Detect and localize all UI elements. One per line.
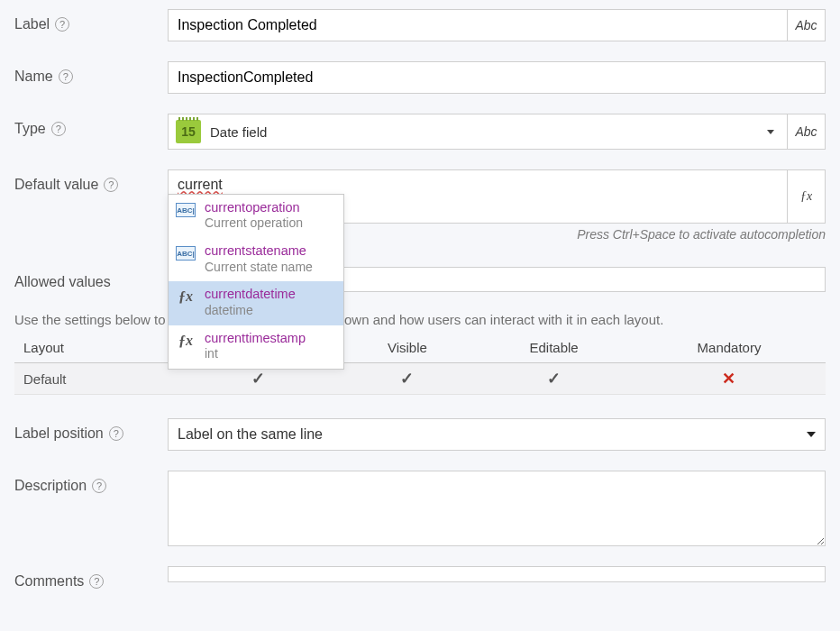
label-name: Name xyxy=(14,69,53,85)
autocomplete-item[interactable]: ABC|currentstatenameCurrent state name xyxy=(169,238,343,281)
help-icon[interactable]: ? xyxy=(55,17,69,32)
table-row[interactable]: Default ✓ ✓ ✓ ✕ xyxy=(14,363,826,395)
check-icon: ✓ xyxy=(547,370,561,388)
autocomplete-primary: currentoperation xyxy=(205,200,303,215)
cell-layout: Default xyxy=(14,363,177,395)
label-allowed: Allowed values xyxy=(14,274,111,290)
text-type-icon: ABC| xyxy=(176,203,196,217)
chevron-down-icon xyxy=(807,432,816,437)
autocomplete-primary: currentstatename xyxy=(205,243,313,259)
label-position-value: Label on the same line xyxy=(178,426,323,443)
label-input[interactable] xyxy=(168,9,788,41)
label-abc-button[interactable]: Abc xyxy=(788,9,826,41)
name-input[interactable] xyxy=(168,61,826,94)
autocomplete-secondary: int xyxy=(205,346,306,361)
cross-icon: ✕ xyxy=(722,370,735,388)
type-value: Date field xyxy=(210,124,267,140)
layout-table: Layout Included Visible Editable Mandato… xyxy=(14,333,826,395)
autocomplete-primary: currentdatetime xyxy=(205,287,296,302)
check-icon: ✓ xyxy=(400,370,414,388)
cell-editable[interactable]: ✓ xyxy=(475,363,633,395)
help-icon[interactable]: ? xyxy=(109,426,123,441)
help-icon[interactable]: ? xyxy=(92,479,106,493)
function-type-icon: ƒx xyxy=(176,334,196,348)
settings-note: Use the settings below to define how thi… xyxy=(14,312,826,327)
label-position-select[interactable]: Label on the same line xyxy=(168,418,826,451)
help-icon[interactable]: ? xyxy=(89,574,104,589)
description-textarea[interactable] xyxy=(168,471,826,546)
autocomplete-secondary: Current state name xyxy=(205,260,313,275)
autocomplete-dropdown: ABC|currentoperationCurrent operationABC… xyxy=(168,194,344,370)
autocomplete-secondary: Current operation xyxy=(205,215,303,231)
label-description: Description xyxy=(14,478,87,494)
help-icon[interactable]: ? xyxy=(51,122,66,136)
chevron-down-icon xyxy=(767,130,774,134)
help-icon[interactable]: ? xyxy=(59,69,73,84)
type-select[interactable]: 15 Date field xyxy=(168,114,788,150)
th-visible: Visible xyxy=(340,333,476,363)
label-labelpos: Label position xyxy=(14,425,104,442)
label-type: Type xyxy=(14,121,46,137)
autocomplete-primary: currenttimestamp xyxy=(205,331,306,346)
label-comments: Comments xyxy=(14,573,84,590)
autocomplete-item[interactable]: ƒxcurrentdatetimedatetime xyxy=(169,281,343,325)
autocomplete-item[interactable]: ABC|currentoperationCurrent operation xyxy=(169,195,343,238)
th-mandatory: Mandatory xyxy=(633,333,826,363)
cell-mandatory[interactable]: ✕ xyxy=(633,363,826,395)
type-abc-button[interactable]: Abc xyxy=(788,114,826,150)
autocomplete-secondary: datetime xyxy=(205,303,296,318)
cell-visible[interactable]: ✓ xyxy=(340,363,476,395)
help-icon[interactable]: ? xyxy=(104,178,118,192)
th-layout: Layout xyxy=(14,333,177,363)
comments-textarea[interactable] xyxy=(168,566,826,582)
function-type-icon: ƒx xyxy=(176,289,196,304)
autocomplete-item[interactable]: ƒxcurrenttimestampint xyxy=(169,325,343,369)
default-fx-button[interactable]: ƒx xyxy=(788,169,826,224)
th-editable: Editable xyxy=(475,333,633,363)
calendar-icon: 15 xyxy=(176,120,201,143)
text-type-icon: ABC| xyxy=(176,246,196,261)
label-label: Label xyxy=(14,16,50,32)
check-icon: ✓ xyxy=(251,370,265,388)
label-default: Default value xyxy=(14,177,98,193)
